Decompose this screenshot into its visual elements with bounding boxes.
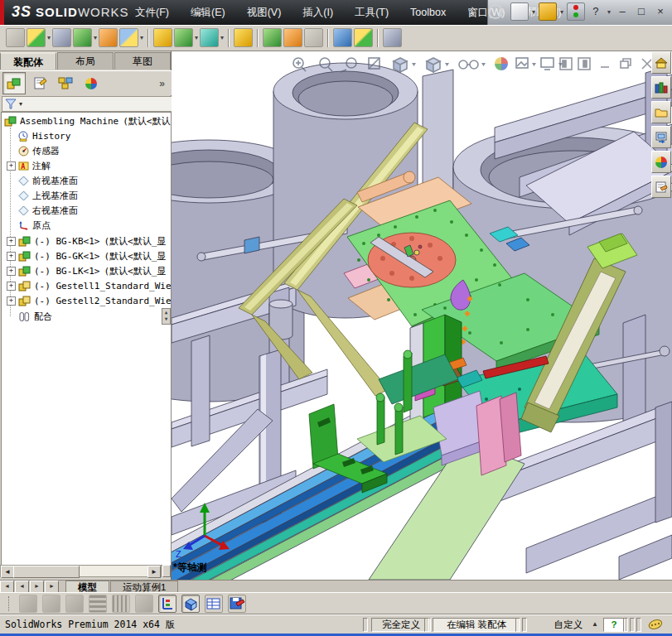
instant-3d-icon[interactable] (333, 28, 352, 47)
propertymanager-icon[interactable] (28, 72, 51, 94)
close-button[interactable]: × (652, 3, 669, 20)
open-doc-caret-icon[interactable]: ▾ (560, 8, 563, 16)
tab-sketch[interactable]: 草图 (114, 52, 171, 70)
panel-splitter-handle[interactable] (162, 565, 171, 577)
tab-scroll-prev-icon[interactable]: ◄ (15, 581, 29, 593)
expand-icon[interactable]: + (7, 237, 16, 246)
features-caret-icon[interactable]: ▾ (195, 34, 198, 41)
filter-caret-icon[interactable]: ▾ (19, 100, 22, 108)
feature-tree[interactable]: Assembling Machine (默认<默认 History 传感器 + … (1, 112, 172, 566)
view-orientation-label: *等轴测 (173, 561, 207, 575)
assembly-features-icon[interactable] (174, 28, 193, 47)
tree-row-right-plane[interactable]: 右视基准面 (18, 204, 172, 218)
solidworks-window: { "titlebar": { "logo_mark": "3S", "bran… (0, 0, 672, 636)
tree-row-annotations[interactable]: + A 注解 (7, 159, 172, 173)
expand-icon[interactable]: + (7, 267, 16, 276)
scroll-thumb[interactable] (13, 566, 80, 578)
tree-row-mates[interactable]: 配合 (18, 310, 172, 324)
tab-scroll-first-icon[interactable]: ◄ (0, 581, 14, 593)
graphics-area[interactable]: Z (172, 51, 672, 580)
tree-filter-bar[interactable]: ▾ (2, 96, 172, 112)
tree-row-root[interactable]: Assembling Machine (默认<默认 (4, 114, 172, 128)
tree-row-bg-gk[interactable]: + (-) BG-GK<1> (默认<默认_显 (7, 249, 172, 263)
insert-component-icon[interactable] (27, 28, 46, 47)
move-component-icon[interactable] (153, 28, 172, 47)
insert-component-caret-icon[interactable]: ▾ (47, 34, 51, 41)
custom-properties-icon[interactable] (651, 176, 671, 198)
menu-toolbox[interactable]: Toolbox (399, 0, 457, 25)
menu-file[interactable]: 文件(F) (124, 0, 180, 25)
save-animation-icon[interactable] (228, 595, 246, 613)
exploded-view-icon[interactable] (234, 28, 253, 47)
featuremanager-tree-icon[interactable] (2, 72, 26, 94)
show-hidden-components-icon[interactable] (263, 28, 282, 47)
menu-insert[interactable]: 插入(I) (292, 0, 344, 25)
file-explorer-folder-icon[interactable] (651, 101, 671, 123)
expand-icon[interactable]: + (7, 282, 16, 291)
shaded-view-toggle-icon[interactable] (181, 595, 200, 613)
search-icon[interactable] (488, 4, 503, 19)
new-doc-caret-icon[interactable]: ▾ (532, 8, 535, 16)
linear-component-pattern-icon[interactable] (73, 28, 92, 47)
assembly-visualization-icon[interactable] (283, 28, 302, 47)
expand-icon[interactable]: + (7, 161, 16, 171)
tab-scroll-last-icon[interactable]: ► (45, 581, 59, 593)
feature-tree-toggle-icon[interactable] (158, 595, 176, 613)
tree-row-history[interactable]: History (18, 129, 172, 143)
new-document-icon[interactable] (510, 2, 529, 21)
tree-row-bg-kb[interactable]: + (-) BG-KB<1> (默认<默认_显 (7, 234, 172, 248)
simulation-advisor-icon[interactable] (354, 28, 373, 47)
tree-mini-scroll[interactable]: ▲▼ (162, 308, 171, 325)
help-caret-icon[interactable]: ▾ (607, 8, 611, 16)
design-binder-icon[interactable] (383, 28, 402, 47)
help-icon[interactable]: ? (587, 3, 604, 20)
tab-motion-study-1[interactable]: 运动算例1 (110, 581, 178, 593)
scroll-left-icon[interactable]: ◄ (1, 566, 14, 578)
pattern-caret-icon[interactable]: ▾ (94, 34, 97, 41)
tree-row-top-plane[interactable]: 上视基准面 (18, 189, 172, 203)
restore-button[interactable]: □ (633, 3, 650, 20)
view-palette-icon[interactable] (651, 126, 671, 148)
smart-fasteners-icon[interactable] (99, 28, 118, 47)
rotate-component-icon[interactable] (119, 28, 138, 47)
menu-tools[interactable]: 工具(T) (344, 0, 399, 25)
mate-icon[interactable] (52, 28, 71, 47)
tree-row-gestell1[interactable]: + (-) Gestell1_Standard_Wie (7, 279, 172, 293)
tag-icon[interactable] (648, 619, 663, 630)
design-library-icon[interactable] (651, 76, 671, 99)
section-view-icon (369, 58, 380, 69)
reference-geometry-icon[interactable] (200, 28, 219, 47)
tree-row-sensors[interactable]: 传感器 (18, 144, 172, 158)
tab-layout[interactable]: 布局 (57, 52, 114, 70)
table-view-icon[interactable] (205, 595, 223, 613)
minimize-button[interactable]: – (614, 3, 631, 20)
menu-edit[interactable]: 编辑(E) (180, 0, 236, 25)
status-help-icon[interactable]: ? (603, 618, 625, 632)
expand-icon[interactable]: + (7, 296, 16, 306)
tab-model[interactable]: 模型 (65, 581, 109, 593)
tree-row-gestell2[interactable]: + (-) Gestell2_Standard_Wie (7, 294, 172, 308)
panel-horizontal-scrollbar[interactable]: ◄ ► (0, 565, 162, 577)
solidworks-resources-home-icon[interactable] (651, 51, 671, 74)
tab-scroll-next-icon[interactable]: ► (30, 581, 44, 593)
tree-row-bg-lk[interactable]: + (-) BG-LK<1> (默认<默认_显 (7, 264, 172, 278)
custom-caret-icon[interactable]: ▲ (592, 620, 598, 628)
svg-text:A: A (21, 162, 25, 171)
menu-view[interactable]: 视图(V) (236, 0, 292, 25)
appearances-scenes-icon[interactable] (651, 151, 671, 173)
tree-row-front-plane[interactable]: 前视基准面 (18, 174, 172, 188)
annotations-icon: A (18, 161, 29, 171)
displaymanager-icon[interactable] (80, 72, 103, 94)
expand-icon[interactable]: + (7, 252, 16, 261)
tree-row-origin[interactable]: 原点 (18, 219, 172, 233)
open-document-icon[interactable] (539, 2, 557, 21)
toolbar-grip[interactable] (8, 596, 12, 611)
tab-assembly[interactable]: 装配体 (0, 52, 56, 70)
scroll-right-icon[interactable]: ► (147, 566, 161, 578)
options-traffic-light-icon[interactable] (567, 2, 585, 21)
headsup-view-toolbar[interactable] (288, 55, 569, 76)
pane-overflow-chevron[interactable]: » (159, 78, 165, 89)
configurationmanager-icon[interactable] (54, 72, 77, 94)
refgeo-caret-icon[interactable]: ▾ (220, 34, 224, 41)
rotate-caret-icon[interactable]: ▾ (140, 34, 143, 41)
